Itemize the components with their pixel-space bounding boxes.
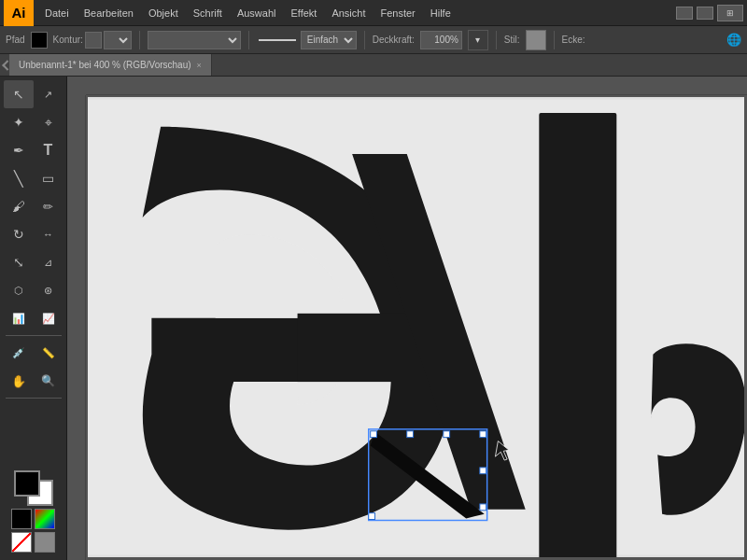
hand-tool[interactable]: ✋ (4, 367, 34, 395)
stroke-selector[interactable] (104, 31, 132, 49)
line-preview (259, 39, 296, 41)
fill-swatch[interactable] (31, 32, 48, 49)
none-swatches (11, 532, 55, 553)
artwork-svg (88, 97, 744, 557)
lasso-tool[interactable]: ⌖ (34, 108, 63, 136)
tool-row-10: 💉 📏 (0, 339, 66, 367)
document-tab[interactable]: Unbenannt-1* bei 400 % (RGB/Vorschau) × (9, 54, 212, 76)
white-swatch[interactable] (11, 532, 32, 553)
main-area: ↖ ↗ ✦ ⌖ ✒ T ╲ ▭ 🖌 ✏ ↻ ↔ ⤡ ⊿ ⬡ ⊛ (0, 77, 747, 560)
tool-separator (6, 335, 62, 336)
tool-separator-2 (6, 398, 62, 399)
menu-bearbeiten[interactable]: Bearbeiten (77, 4, 141, 22)
tool-row-6: ↻ ↔ (0, 220, 66, 248)
tool-row-3: ✒ T (0, 136, 66, 164)
tool-row-9: 📊 📈 (0, 304, 66, 332)
deckkraft-input[interactable] (420, 31, 462, 49)
menu-auswahl[interactable]: Auswahl (230, 4, 284, 22)
tab-bar: Unbenannt-1* bei 400 % (RGB/Vorschau) × (0, 54, 747, 77)
divider-3 (364, 31, 365, 49)
blend-tool[interactable]: ⬡ (4, 276, 34, 304)
stroke-profile-selector[interactable] (148, 31, 241, 49)
arrange-btn[interactable]: ⊞ (717, 5, 743, 21)
ecke-label: Ecke: (562, 35, 585, 45)
window-btn-2[interactable] (697, 7, 713, 20)
ai-logo: Ai (4, 0, 34, 26)
bar-chart-tool[interactable]: 📊 (4, 304, 34, 332)
brush-tool[interactable]: 🖌 (4, 192, 34, 220)
divider-4 (496, 31, 497, 49)
pen-tool[interactable]: ✒ (4, 136, 34, 164)
gray-swatch[interactable] (35, 532, 55, 553)
globe-btn[interactable]: 🌐 (726, 33, 741, 47)
divider-1 (139, 31, 140, 49)
tool-row-2: ✦ ⌖ (0, 108, 66, 136)
color-swatches (7, 467, 59, 556)
svg-rect-4 (371, 431, 377, 438)
tool-row-1: ↖ ↗ (0, 80, 66, 108)
tab-close-btn[interactable]: × (197, 61, 202, 70)
options-bar: Pfad Kontur: Einfach Deckkraft: ▾ Stil: … (0, 26, 747, 54)
rotate-tool[interactable]: ↻ (4, 220, 34, 248)
menu-objekt[interactable]: Objekt (141, 4, 186, 22)
kontur-label: Kontur: (53, 35, 83, 45)
svg-rect-6 (444, 431, 450, 438)
tool-row-4: ╲ ▭ (0, 164, 66, 192)
foreground-color-swatch[interactable] (14, 470, 40, 497)
menu-fenster[interactable]: Fenster (373, 4, 422, 22)
tool-row-11: ✋ 🔍 (0, 367, 66, 395)
tab-title: Unbenannt-1* bei 400 % (RGB/Vorschau) (19, 60, 191, 70)
menu-schrift[interactable]: Schrift (186, 4, 230, 22)
tools-panel: ↖ ↗ ✦ ⌖ ✒ T ╲ ▭ 🖌 ✏ ↻ ↔ ⤡ ⊿ ⬡ ⊛ (0, 77, 67, 560)
divider-2 (248, 31, 249, 49)
ruler-corner (67, 77, 86, 95)
canvas-area[interactable]: // ticks rendered via inline SVG static (67, 77, 747, 560)
tab-bar-arrow (0, 54, 9, 76)
eyedropper-tool[interactable]: 💉 (4, 339, 34, 367)
horizontal-ruler: // ticks rendered via inline SVG static (86, 77, 747, 95)
gradient-swatch[interactable] (35, 509, 55, 529)
svg-rect-2 (539, 113, 616, 557)
tool-row-7: ⤡ ⊿ (0, 248, 66, 276)
select-tool[interactable]: ↖ (4, 80, 34, 108)
vertical-ruler (67, 95, 86, 560)
menu-ansicht[interactable]: Ansicht (324, 4, 373, 22)
menu-effekt[interactable]: Effekt (283, 4, 324, 22)
tool-row-5: 🖌 ✏ (0, 192, 66, 220)
magic-wand-tool[interactable]: ✦ (4, 108, 34, 136)
menu-bar: Ai Datei Bearbeiten Objekt Schrift Auswa… (0, 0, 747, 26)
tool-row-8: ⬡ ⊛ (0, 276, 66, 304)
column-chart-tool[interactable]: 📈 (34, 304, 63, 332)
symbol-tool[interactable]: ⊛ (34, 276, 63, 304)
svg-rect-8 (480, 468, 486, 474)
black-swatch[interactable] (11, 509, 32, 529)
small-swatches (11, 509, 55, 529)
svg-rect-9 (480, 504, 486, 511)
shear-tool[interactable]: ⊿ (34, 248, 63, 276)
pencil-tool[interactable]: ✏ (34, 192, 63, 220)
rect-tool[interactable]: ▭ (34, 164, 63, 192)
menu-datei[interactable]: Datei (37, 4, 77, 22)
path-label: Pfad (6, 35, 25, 45)
deckkraft-label: Deckkraft: (373, 35, 415, 45)
measure-tool[interactable]: 📏 (34, 339, 63, 367)
text-tool[interactable]: T (34, 136, 63, 164)
fg-bg-swatches[interactable] (14, 470, 53, 506)
divider-5 (554, 31, 555, 49)
deckkraft-arrow[interactable]: ▾ (468, 30, 488, 50)
menu-hilfe[interactable]: Hilfe (423, 4, 458, 22)
svg-rect-5 (407, 431, 414, 438)
svg-rect-7 (480, 431, 486, 438)
stil-label: Stil: (504, 35, 520, 45)
scale-tool[interactable]: ⤡ (4, 248, 34, 276)
line-style-selector[interactable]: Einfach (301, 31, 357, 49)
line-tool[interactable]: ╲ (4, 164, 34, 192)
window-btn-1[interactable] (676, 7, 693, 20)
stil-swatch[interactable] (526, 30, 546, 50)
direct-select-tool[interactable]: ↗ (34, 80, 63, 108)
document-canvas[interactable] (88, 97, 744, 557)
reflect-tool[interactable]: ↔ (34, 220, 63, 248)
stroke-swatch[interactable] (85, 32, 102, 49)
zoom-tool[interactable]: 🔍 (34, 367, 63, 395)
svg-rect-10 (369, 513, 375, 520)
